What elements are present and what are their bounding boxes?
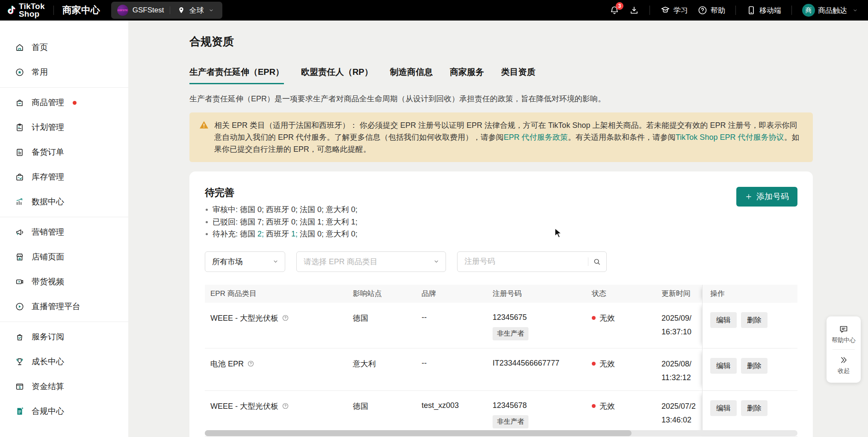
cell-site: 德国 — [353, 313, 422, 323]
sidebar-item-video[interactable]: 带货视频 — [0, 269, 128, 294]
pending-stats: 审核中: 德国 0; 西班牙 0; 法国 0; 意大利 0;已驳回: 德国 7;… — [205, 204, 797, 240]
plus-icon — [745, 193, 753, 201]
horizontal-scrollbar[interactable] — [205, 430, 797, 436]
regno-input[interactable] — [464, 257, 588, 266]
notification-badge: 3 — [616, 2, 623, 10]
plan-icon — [15, 122, 25, 133]
sidebar-item-label: 成长中心 — [32, 356, 64, 367]
video-icon — [15, 277, 25, 287]
question-circle-icon[interactable] — [282, 402, 289, 410]
chevron-down-icon — [850, 5, 860, 15]
cell-status: 无效 — [592, 313, 661, 323]
banner-text-segment: 。有关适用条款和条件，请参阅 — [568, 133, 676, 142]
epr-table: EPR 商品类目影响站点品牌注册号码状态更新时间操作 WEEE - 大型光伏板德… — [205, 285, 797, 437]
category-select[interactable]: 请选择 EPR 商品类目 — [296, 251, 446, 272]
help-link[interactable]: 帮助 — [697, 5, 725, 15]
cell-site: 意大利 — [353, 359, 422, 369]
sidebar-item-label: 资金结算 — [32, 381, 64, 392]
market-select[interactable]: 所有市场 — [205, 251, 285, 272]
sidebar-item-service[interactable]: 服务订阅 — [0, 325, 128, 349]
delete-button[interactable]: 删除 — [741, 400, 768, 416]
tabs: 生产者责任延伸（EPR）欧盟责任人（RP）制造商信息商家服务类目资质 — [189, 66, 813, 84]
help-center-button[interactable]: 帮助中心 — [827, 319, 861, 349]
header-2: 品牌 — [422, 289, 493, 298]
store-name: GSFStest — [133, 6, 164, 15]
download-button[interactable] — [629, 5, 639, 15]
notification-bell[interactable]: 3 — [609, 5, 620, 15]
edit-button[interactable]: 编辑 — [710, 400, 737, 416]
edit-button[interactable]: 编辑 — [710, 312, 737, 328]
chevron-down-icon — [433, 258, 440, 265]
store-selector[interactable]: GSFSTE GSFStest 全球 — [111, 2, 223, 19]
region-selector[interactable]: 全球 — [176, 5, 216, 15]
regno-text: IT23344566667777 — [493, 359, 592, 368]
cell-status: 无效 — [592, 401, 661, 411]
cell-site: 德国 — [353, 401, 422, 411]
notification-dot — [73, 101, 77, 105]
tiktok-shop-logo[interactable]: TikTok Shop — [6, 3, 45, 18]
sidebar-item-plan[interactable]: 计划管理 — [0, 115, 128, 140]
non-producer-badge: 非生产者 — [493, 327, 528, 340]
sidebar-item-megaphone[interactable]: 营销管理 — [0, 220, 128, 245]
collapse-label: 收起 — [838, 367, 850, 375]
pending-heading: 待完善 — [205, 186, 797, 199]
question-circle-icon[interactable] — [247, 360, 254, 367]
trophy-icon — [15, 357, 25, 367]
cell-updated: 2025/09/16:37:10 — [661, 313, 702, 337]
question-circle-icon — [697, 5, 708, 15]
sidebar-item-home[interactable]: 首页 — [0, 35, 128, 60]
sidebar-item-bag[interactable]: 商品管理 — [0, 90, 128, 115]
epr-warning-banner: 相关 EPR 类目（适用于法国和西班牙）： 你必须提交 EPR 注册号以证明 E… — [189, 112, 813, 162]
mobile-label: 移动端 — [759, 6, 781, 15]
sidebar-item-orders[interactable]: 备货订单 — [0, 140, 128, 165]
header-4: 状态 — [592, 289, 661, 298]
sidebar-item-live[interactable]: 直播管理平台 — [0, 294, 128, 319]
warning-triangle-icon — [199, 120, 209, 130]
cell-regno: 12345675非生产者 — [493, 313, 592, 340]
delete-button[interactable]: 删除 — [741, 358, 768, 374]
account-menu[interactable]: 商 商品触达 — [802, 4, 860, 17]
sidebar-item-label: 带货视频 — [32, 276, 64, 287]
cell-actions: 编辑删除 — [702, 348, 797, 390]
banner-link[interactable]: EPR 代付服务政策 — [504, 133, 568, 142]
collapse-button[interactable]: 收起 — [827, 350, 861, 380]
live-icon — [15, 301, 25, 312]
account-avatar: 商 — [802, 4, 815, 17]
sidebar-item-star[interactable]: 常用 — [0, 60, 128, 85]
page-title: 合规资质 — [189, 34, 813, 49]
category-text: WEEE - 大型光伏板 — [210, 401, 278, 411]
status-text: 无效 — [599, 359, 615, 369]
tab-4[interactable]: 类目资质 — [501, 66, 535, 84]
sidebar-item-data[interactable]: 数据中心 — [0, 189, 128, 214]
sidebar-item-inventory[interactable]: 库存管理 — [0, 165, 128, 189]
pending-stat-2: 待补充: 德国 2; 西班牙 1; 法国 0; 意大利 0; — [205, 228, 797, 240]
horizontal-scrollbar-thumb[interactable] — [205, 430, 632, 436]
tab-3[interactable]: 商家服务 — [450, 66, 484, 84]
banner-link[interactable]: TikTok Shop EPR 代付服务协议 — [676, 133, 784, 142]
market-select-value: 所有市场 — [212, 257, 243, 267]
double-chevron-right-icon — [838, 355, 849, 365]
learn-link[interactable]: 学习 — [660, 5, 688, 15]
filter-bar: 所有市场 请选择 EPR 商品类目 — [205, 251, 797, 272]
tab-2[interactable]: 制造商信息 — [390, 66, 433, 84]
sidebar-item-compliance[interactable]: 合规中心 — [0, 399, 128, 424]
sidebar-item-shop[interactable]: 店铺页面 — [0, 245, 128, 269]
table-row: WEEE - 大型光伏板德国test_xz00312345678非生产者无效20… — [205, 391, 797, 437]
add-number-button[interactable]: 添加号码 — [736, 187, 797, 207]
topbar-divider — [735, 6, 736, 15]
question-circle-icon[interactable] — [282, 314, 289, 322]
stat-link[interactable]: 2; — [257, 230, 264, 238]
svg-text:$: $ — [19, 386, 21, 390]
delete-button[interactable]: 删除 — [741, 312, 768, 328]
tab-0[interactable]: 生产者责任延伸（EPR） — [189, 66, 284, 84]
cell-actions: 编辑删除 — [702, 303, 797, 348]
tab-1[interactable]: 欧盟责任人（RP） — [301, 66, 373, 84]
sidebar-item-finance[interactable]: $资金结算 — [0, 374, 128, 399]
table-body: WEEE - 大型光伏板德国--12345675非生产者无效2025/09/16… — [205, 303, 797, 437]
mobile-link[interactable]: 移动端 — [746, 5, 781, 15]
sidebar-item-trophy[interactable]: 成长中心 — [0, 349, 128, 374]
cell-regno: IT23344566667777 — [493, 359, 592, 368]
search-icon[interactable] — [593, 257, 601, 266]
edit-button[interactable]: 编辑 — [710, 358, 737, 374]
stat-link[interactable]: 1; — [291, 230, 298, 238]
